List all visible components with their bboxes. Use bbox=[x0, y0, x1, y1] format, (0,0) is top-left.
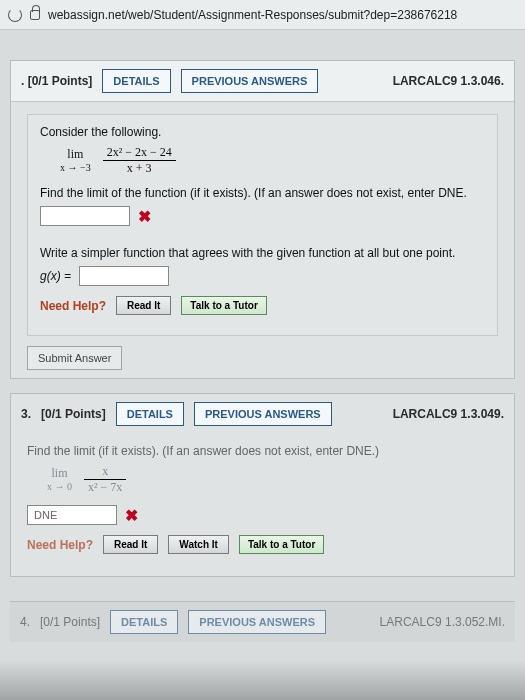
submit-answer-button[interactable]: Submit Answer bbox=[27, 346, 122, 370]
q2-limit-input[interactable] bbox=[40, 206, 130, 226]
q3-reference: LARCALC9 1.3.049. bbox=[393, 407, 504, 421]
talk-to-tutor-button[interactable]: Talk to a Tutor bbox=[181, 296, 266, 315]
q2-prompt-2: Write a simpler function that agrees wit… bbox=[40, 246, 485, 260]
lim-word: lim bbox=[67, 148, 83, 161]
q3-answer-value: DNE bbox=[34, 509, 57, 521]
q2-expression: lim x → −3 2x² − 2x − 24 x + 3 bbox=[60, 145, 485, 176]
incorrect-icon: ✖ bbox=[125, 506, 138, 525]
address-bar: webassign.net/web/Student/Assignment-Res… bbox=[0, 0, 525, 30]
q4-points: [0/1 Points] bbox=[40, 615, 100, 629]
q3-answer-row: DNE ✖ bbox=[27, 505, 498, 525]
details-button[interactable]: DETAILS bbox=[110, 610, 178, 634]
q2-prompt-1: Find the limit of the function (if it ex… bbox=[40, 186, 485, 200]
lim-sub: x → 0 bbox=[47, 481, 72, 492]
q3-number: 3. bbox=[21, 407, 31, 421]
q3-body: Find the limit (if it exists). (If an an… bbox=[11, 434, 514, 576]
fraction-denominator: x² − 7x bbox=[84, 480, 126, 495]
q4-reference: LARCALC9 1.3.052.MI. bbox=[380, 615, 505, 629]
previous-answers-button[interactable]: PREVIOUS ANSWERS bbox=[188, 610, 326, 634]
fraction: x x² − 7x bbox=[84, 464, 126, 495]
q4-number: 4. bbox=[20, 615, 30, 629]
q2-reference: LARCALC9 1.3.046. bbox=[393, 74, 504, 88]
fraction: 2x² − 2x − 24 x + 3 bbox=[103, 145, 176, 176]
q3-need-help: Need Help? Read It Watch It Talk to a Tu… bbox=[27, 535, 498, 554]
q2-need-help: Need Help? Read It Talk to a Tutor bbox=[40, 296, 485, 315]
q2-content-panel: Consider the following. lim x → −3 2x² −… bbox=[27, 114, 498, 336]
fraction-numerator: 2x² − 2x − 24 bbox=[103, 145, 176, 160]
q2-intro: Consider the following. bbox=[40, 125, 485, 139]
question-3: 3. [0/1 Points] DETAILS PREVIOUS ANSWERS… bbox=[10, 393, 515, 577]
url-text: webassign.net/web/Student/Assignment-Res… bbox=[48, 8, 457, 22]
q3-answer-box[interactable]: DNE bbox=[27, 505, 117, 525]
q2-gx-input[interactable] bbox=[79, 266, 169, 286]
q2-answer-row-2: g(x) = bbox=[40, 266, 485, 286]
limit-symbol: lim x → −3 bbox=[60, 148, 91, 172]
fraction-denominator: x + 3 bbox=[123, 161, 156, 176]
reload-icon[interactable] bbox=[8, 8, 22, 22]
q3-points: [0/1 Points] bbox=[41, 407, 106, 421]
question-2: . [0/1 Points] DETAILS PREVIOUS ANSWERS … bbox=[10, 60, 515, 379]
q2-answer-row-1: ✖ bbox=[40, 206, 485, 226]
q3-prompt: Find the limit (if it exists). (If an an… bbox=[27, 444, 498, 458]
lim-sub: x → −3 bbox=[60, 162, 91, 173]
fraction-numerator: x bbox=[98, 464, 112, 479]
previous-answers-button[interactable]: PREVIOUS ANSWERS bbox=[181, 69, 319, 93]
incorrect-icon: ✖ bbox=[138, 207, 151, 226]
question-3-header: 3. [0/1 Points] DETAILS PREVIOUS ANSWERS… bbox=[11, 394, 514, 434]
details-button[interactable]: DETAILS bbox=[102, 69, 170, 93]
lim-word: lim bbox=[51, 467, 67, 480]
read-it-button[interactable]: Read It bbox=[103, 535, 158, 554]
need-help-label: Need Help? bbox=[40, 299, 106, 313]
talk-to-tutor-button[interactable]: Talk to a Tutor bbox=[239, 535, 324, 554]
g-of-x-label: g(x) = bbox=[40, 269, 71, 283]
q2-body: Consider the following. lim x → −3 2x² −… bbox=[11, 102, 514, 378]
question-4-header: 4. [0/1 Points] DETAILS PREVIOUS ANSWERS… bbox=[10, 601, 515, 642]
previous-answers-button[interactable]: PREVIOUS ANSWERS bbox=[194, 402, 332, 426]
q3-expression: lim x → 0 x x² − 7x bbox=[47, 464, 498, 495]
watch-it-button[interactable]: Watch It bbox=[168, 535, 229, 554]
details-button[interactable]: DETAILS bbox=[116, 402, 184, 426]
q2-points-text: [0/1 Points] bbox=[28, 74, 93, 88]
q2-points: . [0/1 Points] bbox=[21, 74, 92, 88]
limit-symbol: lim x → 0 bbox=[47, 467, 72, 491]
lock-icon bbox=[30, 10, 40, 20]
read-it-button[interactable]: Read It bbox=[116, 296, 171, 315]
question-2-header: . [0/1 Points] DETAILS PREVIOUS ANSWERS … bbox=[11, 61, 514, 102]
q2-number-prefix: . bbox=[21, 74, 28, 88]
need-help-label: Need Help? bbox=[27, 538, 93, 552]
